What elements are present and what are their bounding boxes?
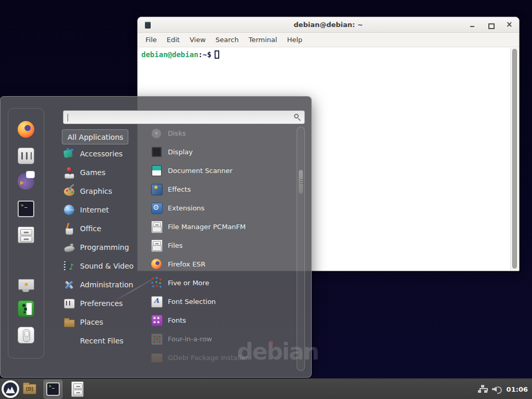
application-icon — [150, 145, 163, 158]
terminal-menu-item[interactable]: Edit — [167, 36, 180, 44]
terminal-menu-item[interactable]: File — [145, 36, 157, 44]
application-item[interactable]: Firefox ESR — [150, 255, 296, 273]
category-label: Administration — [80, 281, 133, 289]
category-label: Recent Files — [80, 337, 124, 345]
terminal-task-button[interactable] — [44, 380, 62, 398]
application-icon — [150, 295, 163, 308]
category-item[interactable]: Accessories — [62, 144, 151, 163]
application-item[interactable]: Extensions — [150, 198, 296, 217]
category-label: Places — [80, 318, 103, 326]
terminal-menu-item[interactable]: Search — [216, 36, 239, 44]
category-icon — [63, 185, 75, 197]
files-launcher-icon[interactable] — [71, 381, 84, 397]
application-list: Disks Display Document Scanner Effects E… — [150, 124, 296, 367]
application-item[interactable]: Fonts — [150, 311, 296, 329]
category-item[interactable]: Office — [62, 219, 151, 238]
category-icon — [63, 166, 75, 179]
favorite-icon — [18, 227, 34, 243]
application-label: Four-in-a-row — [168, 335, 212, 343]
category-label: Games — [80, 168, 105, 177]
application-icon — [150, 127, 163, 139]
search-input[interactable] — [68, 112, 291, 123]
terminal-scrollbar-thumb[interactable] — [512, 49, 517, 269]
minimize-button[interactable] — [470, 22, 475, 28]
application-icon — [150, 202, 163, 214]
terminal-menu-item[interactable]: Help — [287, 36, 302, 44]
application-item[interactable]: Five or More — [150, 273, 296, 292]
category-icon — [63, 204, 75, 216]
menu-button[interactable] — [2, 380, 19, 398]
maximize-button[interactable] — [488, 22, 494, 28]
application-item[interactable]: Effects — [150, 180, 296, 198]
menu-scrollbar[interactable] — [297, 127, 305, 371]
favorite-launcher[interactable] — [18, 300, 34, 317]
category-item[interactable]: Recent Files — [62, 331, 151, 350]
application-label: GDebi Package Installer — [168, 354, 248, 362]
volume-icon[interactable] — [492, 385, 502, 393]
application-item[interactable]: Four-in-a-row — [150, 329, 296, 348]
category-icon — [63, 335, 75, 347]
application-icon — [150, 351, 163, 364]
favorite-launcher[interactable] — [18, 148, 34, 164]
menu-scrollbar-thumb[interactable] — [298, 169, 303, 194]
application-label: Fonts — [168, 316, 186, 324]
terminal-titlebar[interactable]: debian@debian: ~ — [138, 17, 519, 33]
terminal-menu-item[interactable]: Terminal — [248, 36, 277, 44]
category-item[interactable]: Games — [62, 163, 151, 182]
search-caret — [68, 114, 68, 122]
category-list: Accessories Games Graphics Internet Offi… — [62, 144, 151, 350]
category-item[interactable]: Internet — [62, 201, 151, 219]
application-label: Display — [168, 148, 193, 156]
application-item[interactable]: File Manager PCManFM — [150, 217, 296, 236]
category-icon — [63, 316, 75, 328]
clock[interactable]: 01:06 — [507, 385, 528, 393]
terminal-window-title: debian@debian: ~ — [138, 21, 519, 29]
window-controls — [470, 17, 512, 33]
application-icon — [150, 276, 163, 289]
category-item[interactable]: Sound & Video — [62, 257, 151, 275]
category-item[interactable]: Places — [62, 313, 151, 331]
favorite-launcher[interactable] — [18, 173, 34, 190]
favorite-icon — [18, 327, 34, 343]
application-icon — [150, 183, 163, 195]
application-item[interactable]: Files — [150, 236, 296, 255]
all-applications-label: All Applications — [68, 133, 123, 141]
terminal-icon — [46, 382, 60, 396]
application-label: Firefox ESR — [168, 260, 206, 268]
terminal-scrollbar[interactable] — [510, 48, 518, 270]
application-item[interactable]: GDebi Package Installer — [150, 348, 296, 367]
category-item[interactable]: Preferences — [62, 294, 151, 313]
favorite-icon — [18, 201, 34, 217]
favorites-column — [8, 108, 44, 358]
category-item[interactable]: Administration — [62, 275, 151, 294]
favorite-icon — [18, 277, 34, 294]
application-item[interactable]: Document Scanner — [150, 161, 296, 180]
category-label: Accessories — [80, 150, 123, 158]
application-item[interactable]: Display — [150, 142, 296, 161]
favorite-launcher[interactable] — [18, 277, 34, 294]
terminal-menu-item[interactable]: View — [190, 36, 206, 44]
category-icon — [63, 260, 75, 272]
application-item[interactable]: Disks — [150, 124, 296, 142]
application-label: Disks — [168, 129, 186, 137]
menu-search-box[interactable] — [63, 110, 305, 124]
favorite-launcher[interactable] — [18, 327, 34, 343]
category-icon — [63, 297, 75, 310]
favorite-launcher[interactable] — [18, 121, 34, 138]
close-button[interactable] — [506, 22, 512, 28]
category-all-applications[interactable]: All Applications — [62, 129, 128, 144]
file-manager-launcher-icon[interactable] — [23, 384, 36, 394]
category-item[interactable]: Programming — [62, 238, 151, 257]
application-item[interactable]: Font Selection — [150, 292, 296, 311]
category-icon — [63, 222, 75, 235]
taskbar: 01:06 — [0, 378, 532, 399]
prompt-user-host: debian@debian — [141, 50, 198, 59]
network-icon[interactable] — [478, 385, 487, 393]
favorite-launcher[interactable] — [18, 227, 34, 243]
category-label: Sound & Video — [80, 262, 134, 270]
category-item[interactable]: Graphics — [62, 182, 151, 201]
favorite-launcher[interactable] — [18, 201, 34, 217]
application-icon — [150, 220, 163, 233]
favorite-icon — [18, 173, 34, 190]
application-label: Document Scanner — [168, 167, 233, 175]
